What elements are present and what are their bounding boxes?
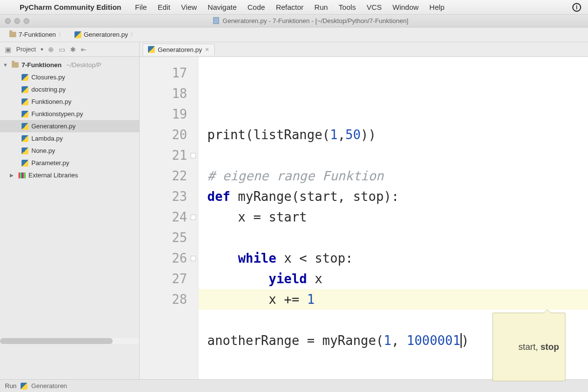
tree-file-label: Generatoren.py — [31, 122, 75, 130]
collapse-icon[interactable]: ⇤ — [81, 46, 87, 53]
file-icon — [213, 17, 219, 24]
breadcrumb-bar: 7-Funktionen 〉 Generatoren.py 〉 — [0, 27, 588, 42]
tree-file[interactable]: Lambda.py — [0, 132, 139, 145]
chevron-down-icon[interactable]: ▾ — [41, 47, 43, 52]
chevron-right-icon: 〉 — [58, 31, 64, 38]
tab-label: Generatoren.py — [158, 46, 202, 53]
code-editor[interactable]: 171819202122232425262728 print(listRange… — [140, 57, 588, 379]
tree-file[interactable]: None.py — [0, 145, 139, 157]
python-file-icon — [22, 123, 28, 130]
python-file-icon — [22, 86, 28, 93]
target-icon[interactable]: ⊕ — [48, 46, 54, 53]
tree-file[interactable]: Funktionen.py — [0, 96, 139, 108]
menu-vcs[interactable]: VCS — [367, 3, 382, 11]
structure-icon[interactable]: ▭ — [59, 46, 65, 53]
line-number-gutter: 171819202122232425262728 — [140, 57, 198, 379]
breadcrumb-folder[interactable]: 7-Funktionen 〉 — [5, 29, 68, 40]
folder-icon — [12, 62, 19, 68]
window-title-text: Generatoren.py - 7-Funktionen - [~/Deskt… — [222, 17, 408, 24]
info-icon[interactable]: i — [572, 3, 581, 12]
tree-file-label: Parameter.py — [31, 159, 69, 167]
menu-window[interactable]: Window — [392, 3, 418, 11]
tree-root-path: ~/Desktop/P — [67, 61, 101, 69]
menu-tools[interactable]: Tools — [339, 3, 356, 11]
tree-file-label: None.py — [31, 147, 55, 154]
project-view-icon[interactable]: ▣ — [5, 46, 11, 53]
tab-generatoren[interactable]: Generatoren.py ✕ — [143, 44, 215, 55]
python-file-icon — [22, 74, 28, 81]
chevron-right-icon: 〉 — [130, 31, 136, 38]
disclosure-closed-icon[interactable]: ▶ — [10, 172, 16, 178]
tree-external-libraries[interactable]: ▶ External Libraries — [0, 169, 139, 181]
fold-marker-icon[interactable] — [191, 153, 196, 158]
python-file-icon — [22, 135, 28, 142]
fold-marker-icon[interactable] — [191, 215, 196, 220]
tree-file-label: Lambda.py — [31, 135, 63, 142]
tree-external-label: External Libraries — [28, 172, 78, 179]
tree-root-label: 7-Funktionen — [22, 61, 62, 69]
editor-tabstrip: Generatoren.py ✕ — [140, 42, 215, 56]
breadcrumb-file[interactable]: Generatoren.py 〉 — [70, 29, 140, 40]
tree-file-label: Closures.py — [31, 74, 65, 81]
close-window-button[interactable] — [5, 18, 11, 24]
tree-root[interactable]: ▼ 7-Funktionen ~/Desktop/P — [0, 59, 139, 71]
project-tool-header: ▣ Project ▾ ⊕ ▭ ✱ ⇤ — [0, 42, 140, 56]
tree-file[interactable]: Parameter.py — [0, 157, 139, 169]
menu-help[interactable]: Help — [429, 3, 444, 11]
breadcrumb-file-label: Generatoren.py — [84, 31, 128, 38]
run-tool-label[interactable]: Run — [5, 382, 17, 390]
tree-file[interactable]: docstring.py — [0, 83, 139, 96]
disclosure-open-icon[interactable]: ▼ — [3, 62, 9, 68]
gear-icon[interactable]: ✱ — [70, 46, 76, 53]
window-titlebar: Generatoren.py - 7-Funktionen - [~/Deskt… — [0, 15, 588, 27]
menu-file[interactable]: File — [135, 3, 147, 11]
python-file-icon — [21, 383, 27, 390]
tool-row: ▣ Project ▾ ⊕ ▭ ✱ ⇤ Generatoren.py ✕ — [0, 42, 588, 57]
window-title: Generatoren.py - 7-Funktionen - [~/Deskt… — [38, 17, 583, 24]
tree-file-label: Funktionen.py — [31, 98, 72, 105]
menu-navigate[interactable]: Navigate — [208, 3, 237, 11]
folder-icon — [9, 32, 16, 37]
project-label[interactable]: Project — [16, 46, 36, 53]
menu-edit[interactable]: Edit — [158, 3, 171, 11]
macos-menubar: PyCharm Community Edition File Edit View… — [0, 0, 588, 15]
traffic-lights — [5, 18, 29, 24]
close-tab-icon[interactable]: ✕ — [205, 47, 209, 53]
main-area: ▼ 7-Funktionen ~/Desktop/P Closures.pydo… — [0, 57, 588, 379]
project-sidebar[interactable]: ▼ 7-Funktionen ~/Desktop/P Closures.pydo… — [0, 57, 140, 379]
tree-file[interactable]: Funktionstypen.py — [0, 108, 139, 120]
app-name[interactable]: PyCharm Community Edition — [20, 3, 122, 11]
breadcrumb-folder-label: 7-Funktionen — [19, 31, 56, 38]
python-file-icon — [148, 46, 155, 53]
tree-file-label: Funktionstypen.py — [31, 110, 83, 118]
horizontal-scrollbar[interactable] — [0, 338, 113, 344]
fold-marker-icon[interactable] — [191, 256, 196, 261]
libraries-icon — [19, 172, 25, 178]
python-file-icon — [22, 160, 28, 167]
tree-file[interactable]: Closures.py — [0, 71, 139, 83]
python-file-icon — [22, 111, 28, 118]
minimize-window-button[interactable] — [14, 18, 20, 24]
menu-run[interactable]: Run — [315, 3, 328, 11]
menu-refactor[interactable]: Refactor — [276, 3, 304, 11]
menu-code[interactable]: Code — [247, 3, 265, 11]
run-config-name[interactable]: Generatoren — [31, 382, 67, 390]
python-file-icon — [22, 147, 28, 154]
python-file-icon — [74, 31, 81, 38]
python-file-icon — [22, 98, 28, 105]
zoom-window-button[interactable] — [24, 18, 29, 24]
menu-view[interactable]: View — [181, 3, 197, 11]
code-content[interactable]: print(listRange(1,50)) # eigene range Fu… — [207, 104, 588, 351]
tree-file-label: docstring.py — [31, 86, 66, 93]
tree-file[interactable]: Generatoren.py — [0, 120, 139, 132]
code-area[interactable]: print(listRange(1,50)) # eigene range Fu… — [198, 57, 588, 379]
